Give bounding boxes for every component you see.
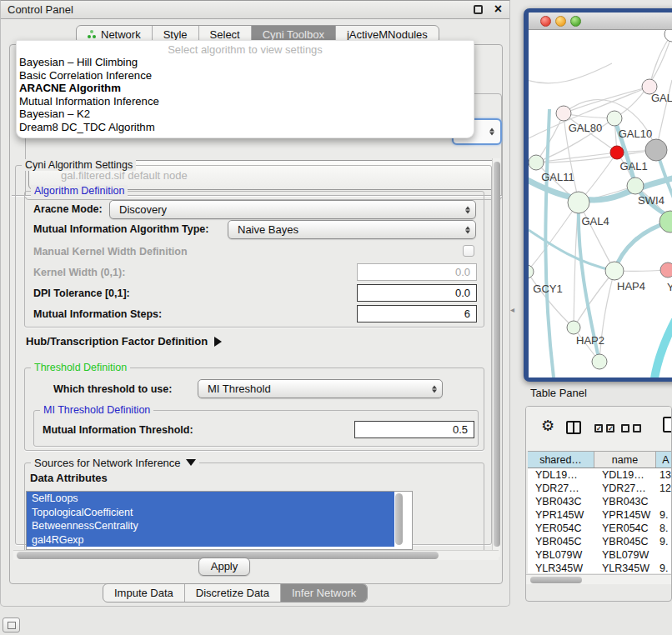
table-row[interactable]: YBR043CYBR043C <box>528 495 672 508</box>
table-row[interactable]: YLR345WYLR345W9. <box>528 562 672 573</box>
hub-expander[interactable]: Hub/Transcription Factor Definition <box>26 335 222 348</box>
table-row[interactable]: YBL079WYBL079W <box>528 548 672 562</box>
table-row[interactable]: YDL19…YDL19…13 <box>528 468 672 482</box>
algorithm-option-mutual-information-inference[interactable]: Mutual Information Inference <box>17 95 474 108</box>
scrollbar-thumb[interactable] <box>530 577 582 583</box>
table-cell: 8. <box>656 522 672 535</box>
table-row[interactable]: YPR145WYPR145W9. <box>528 508 672 522</box>
attribute-item-gal4rgexp[interactable]: gal4RGexp <box>27 533 394 548</box>
aracne-mode-combo[interactable]: Discovery <box>109 200 476 219</box>
mi-steps-label: Mutual Information Steps: <box>33 308 162 320</box>
checked-pair-icon[interactable]: ✓✓ <box>594 424 614 432</box>
close-panel-icon[interactable]: × <box>494 0 502 18</box>
close-icon[interactable] <box>540 16 551 27</box>
table-cell: YLR345W <box>528 562 594 573</box>
table-panel-title: Table Panel <box>530 387 587 399</box>
network-node-hap4[interactable] <box>605 262 624 280</box>
mi-algorithm-type-value: Naive Bayes <box>238 223 298 236</box>
node-label: GCY1 <box>533 282 562 295</box>
network-node-hap2[interactable] <box>567 321 580 334</box>
network-node[interactable] <box>592 354 607 369</box>
node-label: SWI4 <box>638 194 664 207</box>
cyni-algorithm-settings-group: Cyni Algorithm Settings Algorithm Defini… <box>15 165 492 545</box>
column-header-shared[interactable]: shared… <box>528 452 594 468</box>
algorithm-option-basic-correlation-inference[interactable]: Basic Correlation Inference <box>17 69 474 82</box>
algorithm-option-bayesian-hill-climbing[interactable]: Bayesian – Hill Climbing <box>17 56 474 69</box>
table-row[interactable]: YER054CYER054C8. <box>528 522 672 535</box>
node-table[interactable]: shared…nameA YDL19…YDL19…13YDR27…YDR27…1… <box>528 451 672 573</box>
tab-infer-network[interactable]: Infer Network <box>280 584 367 602</box>
network-edge-turquoise <box>654 320 672 378</box>
network-node-gcy1[interactable] <box>529 265 534 278</box>
network-node[interactable] <box>645 139 667 161</box>
column-header-name[interactable]: name <box>594 452 656 468</box>
manual-kernel-checkbox[interactable] <box>463 245 474 257</box>
algorithm-option-bayesian-k2[interactable]: Bayesian – K2 <box>17 108 474 121</box>
network-node-gal11[interactable] <box>529 155 544 170</box>
dpi-tolerance-label: DPI Tolerance [0,1]: <box>33 288 130 299</box>
network-node-y[interactable] <box>660 262 672 278</box>
network-view-window[interactable]: GALGAL80GAL10GAL1GAL11SWI4GAL4GCY1HAP4YH… <box>524 8 672 382</box>
table-row[interactable]: YDR27…YDR27…12 <box>528 482 672 495</box>
unchecked-pair-icon[interactable] <box>621 424 641 432</box>
table-cell: YER054C <box>594 522 656 535</box>
zoom-icon[interactable] <box>570 16 581 27</box>
network-window-titlebar[interactable] <box>529 12 672 30</box>
algorithm-definition-group: Algorithm Definition Aracne Mode: Discov… <box>24 191 484 328</box>
cyni-bottom-tabs: Impute DataDiscretize DataInfer Network <box>103 583 368 602</box>
network-node-gal80[interactable] <box>556 106 571 121</box>
minimize-icon[interactable] <box>555 16 566 27</box>
settings-vertical-scrollbar[interactable] <box>492 158 500 557</box>
attribute-item-topologicalcoefficient[interactable]: TopologicalCoefficient <box>27 506 394 520</box>
table-cell: YPR145W <box>594 508 656 522</box>
network-node-gal4[interactable] <box>568 192 589 213</box>
list-scrollbar-thumb[interactable] <box>395 493 403 545</box>
tab-label: Discretize Data <box>196 587 269 599</box>
node-label: GAL11 <box>541 171 574 183</box>
attribute-item-selfloops[interactable]: SelfLoops <box>27 492 394 506</box>
scrollbar-thumb[interactable] <box>494 162 500 547</box>
tab-impute-data[interactable]: Impute Data <box>103 584 184 602</box>
node-label: GAL <box>651 92 672 104</box>
tab-discretize-data[interactable]: Discretize Data <box>184 584 280 602</box>
aracne-mode-label: Aracne Mode: <box>33 203 103 215</box>
table-cell: YBR045C <box>594 535 656 548</box>
network-canvas[interactable]: GALGAL80GAL10GAL1GAL11SWI4GAL4GCY1HAP4YH… <box>529 30 672 378</box>
data-attributes-list[interactable]: SelfLoopsTopologicalCoefficientBetweenne… <box>26 491 413 550</box>
network-node[interactable] <box>664 30 672 42</box>
kernel-width-input[interactable]: 0.0 <box>357 263 477 281</box>
node-label: GAL10 <box>619 128 652 140</box>
table-row[interactable]: YBR045CYBR045C9. <box>528 535 672 548</box>
mi-steps-input[interactable]: 6 <box>357 305 477 322</box>
which-threshold-combo[interactable]: MI Threshold <box>198 379 443 398</box>
tab-label: Network <box>101 28 141 41</box>
float-panel-icon[interactable] <box>474 5 483 14</box>
control-panel-titlebar: Control Panel × <box>1 1 509 19</box>
network-node-gal10[interactable] <box>607 111 622 126</box>
algorithm-option-dream8-dc-tdc-algorithm[interactable]: Dream8 DC_TDC Algorithm <box>17 121 474 134</box>
table-cell: 9. <box>656 535 672 548</box>
panel-corner-icon[interactable] <box>3 618 20 632</box>
mi-threshold-input[interactable]: 0.5 <box>354 421 474 438</box>
algorithm-option-aracne-algorithm[interactable]: ARACNE Algorithm <box>17 82 474 95</box>
table-panel: ⚙ ✓✓ shared…nameA YDL19…YDL19…13YDR27…YD… <box>525 406 672 602</box>
document-icon[interactable] <box>663 417 672 432</box>
column-header-a[interactable]: A <box>656 452 672 468</box>
attribute-item-betweennesscentrality[interactable]: BetweennessCentrality <box>27 519 394 533</box>
dpi-tolerance-input[interactable]: 0.0 <box>357 284 477 302</box>
apply-button[interactable]: Apply <box>198 558 250 576</box>
settings-horizontal-scrollbar[interactable] <box>13 550 499 560</box>
threshold-definition-title: Threshold Definition <box>31 362 130 373</box>
sources-group-title[interactable]: Sources for Network Inference <box>31 457 199 469</box>
table-horizontal-scrollbar[interactable] <box>526 574 672 584</box>
columns-icon[interactable] <box>566 421 581 434</box>
mi-threshold-group-title: MI Threshold Definition <box>40 404 153 416</box>
table-cell: 9. <box>656 508 672 522</box>
network-node-gal1[interactable] <box>610 146 624 159</box>
panel-splitter-grip-icon[interactable]: ◂ <box>510 305 514 314</box>
table-toolbar: ⚙ ✓✓ <box>526 407 671 451</box>
network-node-swi4[interactable] <box>627 178 644 194</box>
mi-algorithm-type-combo[interactable]: Naive Bayes <box>228 220 476 239</box>
node-label: HAP2 <box>576 334 604 347</box>
gear-icon[interactable]: ⚙ <box>541 418 554 433</box>
